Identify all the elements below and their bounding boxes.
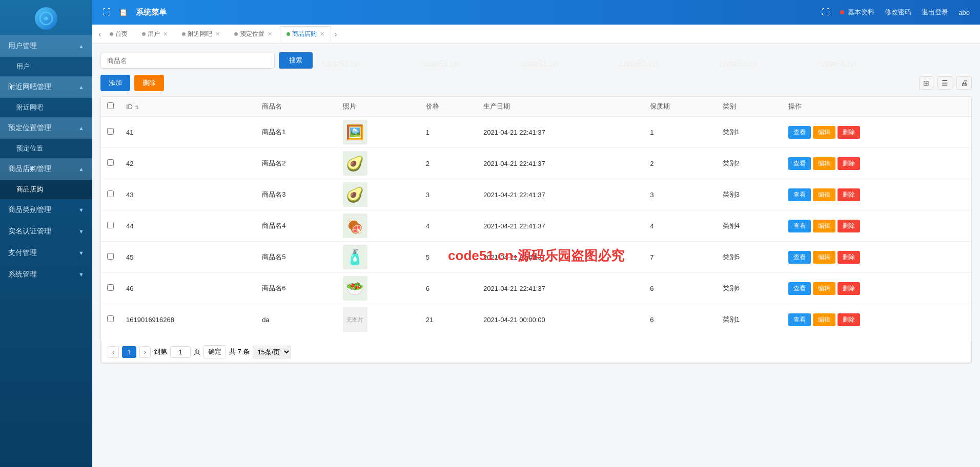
- tab-close-shop[interactable]: ✕: [320, 31, 324, 37]
- remove-btn[interactable]: 删除: [838, 157, 860, 170]
- row-checkbox[interactable]: [107, 284, 114, 291]
- cell-date: 2021-04-21 22:41:37: [477, 117, 644, 148]
- tab-prev-btn[interactable]: ‹: [96, 30, 103, 39]
- edit-btn[interactable]: 编辑: [813, 126, 835, 139]
- sidebar-item-realname-mgmt[interactable]: 实名认证管理: [0, 221, 92, 242]
- tab-dot-home: [110, 32, 113, 36]
- cell-id: 42: [120, 148, 256, 179]
- cell-photo: 🖼️: [337, 117, 420, 148]
- change-pwd-btn[interactable]: 修改密码: [885, 8, 911, 17]
- table-row: 45 商品名5 🧴 5 2021-04-21 22:41:37 7 类别5 查看…: [101, 242, 971, 273]
- logout-btn[interactable]: 退出登录: [922, 8, 948, 17]
- chevron-user-mgmt: [78, 43, 84, 49]
- view-btn[interactable]: 查看: [788, 220, 811, 232]
- sidebar-item-category-mgmt[interactable]: 商品类别管理: [0, 199, 92, 221]
- view-btn[interactable]: 查看: [788, 157, 811, 170]
- table-view-btn[interactable]: ☰: [937, 76, 952, 90]
- remove-btn[interactable]: 删除: [838, 282, 860, 295]
- basic-info-btn[interactable]: 基本资料: [840, 8, 875, 17]
- tab-user[interactable]: 用户 ✕: [135, 26, 174, 42]
- edit-btn[interactable]: 编辑: [813, 220, 835, 232]
- chevron-pay-mgmt: [78, 250, 84, 256]
- user-name: abo: [958, 9, 970, 16]
- table-row: 1619016916268 da 无图片 21 2021-04-21 00:00…: [101, 304, 971, 335]
- view-btn[interactable]: 查看: [788, 251, 811, 264]
- delete-button[interactable]: 删除: [134, 75, 164, 91]
- expand-icon[interactable]: ⛶: [103, 8, 111, 17]
- tab-nearby[interactable]: 附近网吧 ✕: [175, 26, 227, 42]
- product-image: 🥗: [343, 276, 368, 301]
- sidebar-item-nearby[interactable]: 附近网吧: [0, 98, 92, 117]
- view-btn[interactable]: 查看: [788, 126, 811, 139]
- sidebar-item-nearby-mgmt[interactable]: 附近网吧管理: [0, 76, 92, 98]
- cell-shelf-life: 2: [644, 148, 717, 179]
- sidebar-label-nearby-mgmt: 附近网吧管理: [8, 82, 51, 92]
- cell-price: 2: [420, 148, 477, 179]
- sidebar-item-shop-mgmt[interactable]: 商品店购管理: [0, 158, 92, 180]
- chevron-category-mgmt: [78, 207, 84, 213]
- tab-shop[interactable]: 商品店购 ✕: [280, 26, 331, 42]
- cell-shelf-life: 6: [644, 273, 717, 304]
- page-goto-input[interactable]: [170, 346, 191, 358]
- chevron-realname-mgmt: [78, 228, 84, 235]
- remove-btn[interactable]: 删除: [838, 313, 860, 326]
- remove-btn[interactable]: 删除: [838, 220, 860, 232]
- edit-btn[interactable]: 编辑: [813, 313, 835, 326]
- tab-close-nearby[interactable]: ✕: [215, 31, 220, 37]
- tab-dot-nearby: [182, 32, 186, 36]
- tab-home[interactable]: 首页: [103, 26, 134, 42]
- sidebar-item-reserve-mgmt[interactable]: 预定位置管理: [0, 117, 92, 139]
- sidebar-label-reserve-mgmt: 预定位置管理: [8, 123, 51, 133]
- sidebar-item-user[interactable]: 用户: [0, 57, 92, 76]
- page-current[interactable]: 1: [122, 346, 136, 358]
- view-btn[interactable]: 查看: [788, 313, 811, 326]
- sidebar-item-pay-mgmt[interactable]: 支付管理: [0, 242, 92, 264]
- row-checkbox[interactable]: [107, 253, 114, 260]
- col-category: 类别: [717, 97, 783, 117]
- page-confirm-btn[interactable]: 确定: [203, 345, 226, 358]
- pagination: ‹ 1 › 到第 页 确定 共 7 条 15条/页: [101, 341, 971, 363]
- table-container: ID ⇅ 商品名 照片 价格 生产日期 保质期 类别 操作 41 商品名1: [100, 96, 972, 364]
- cell-name: 商品名4: [256, 210, 337, 242]
- row-checkbox[interactable]: [107, 222, 114, 228]
- sidebar-item-user-mgmt[interactable]: 用户管理: [0, 35, 92, 57]
- col-name: 商品名: [256, 97, 337, 117]
- edit-btn[interactable]: 编辑: [813, 157, 835, 170]
- row-checkbox[interactable]: [107, 315, 114, 322]
- add-button[interactable]: 添加: [100, 75, 130, 91]
- page-prev-btn[interactable]: ‹: [108, 346, 119, 358]
- sidebar-item-shop[interactable]: 商品店购: [0, 180, 92, 199]
- tab-close-user[interactable]: ✕: [163, 31, 168, 37]
- row-checkbox[interactable]: [107, 159, 114, 166]
- tab-dot-shop: [287, 32, 290, 36]
- sidebar-item-sys-mgmt[interactable]: 系统管理: [0, 264, 92, 285]
- cell-photo: 无图片: [337, 304, 420, 335]
- cell-photo: 🥗: [337, 273, 420, 304]
- print-btn[interactable]: 🖨: [956, 76, 972, 90]
- remove-btn[interactable]: 删除: [838, 251, 860, 264]
- search-button[interactable]: 搜索: [279, 52, 313, 69]
- row-checkbox[interactable]: [107, 128, 114, 135]
- view-btn[interactable]: 查看: [788, 188, 811, 201]
- edit-btn[interactable]: 编辑: [813, 188, 835, 201]
- edit-btn[interactable]: 编辑: [813, 282, 835, 295]
- cell-name: 商品名2: [256, 148, 337, 179]
- search-input[interactable]: [100, 53, 275, 69]
- fullscreen-icon[interactable]: ⛶: [822, 8, 830, 17]
- toolbar: 添加 删除 ⊞ ☰ 🖨: [100, 75, 972, 91]
- page-size-select[interactable]: 15条/页: [253, 346, 291, 358]
- tab-next-btn[interactable]: ›: [332, 30, 339, 39]
- view-btn[interactable]: 查看: [788, 282, 811, 295]
- grid-view-btn[interactable]: ⊞: [919, 76, 933, 90]
- cell-photo: 🥑: [337, 179, 420, 210]
- sidebar-item-reserve[interactable]: 预定位置: [0, 139, 92, 158]
- edit-btn[interactable]: 编辑: [813, 251, 835, 264]
- remove-btn[interactable]: 删除: [838, 188, 860, 201]
- select-all-checkbox[interactable]: [107, 102, 114, 109]
- row-checkbox[interactable]: [107, 190, 114, 197]
- tab-reserve[interactable]: 预定位置 ✕: [228, 26, 279, 42]
- tab-close-reserve[interactable]: ✕: [268, 31, 272, 37]
- page-next-btn[interactable]: ›: [139, 346, 151, 358]
- remove-btn[interactable]: 删除: [838, 126, 860, 139]
- search-bar: 搜索: [100, 52, 972, 69]
